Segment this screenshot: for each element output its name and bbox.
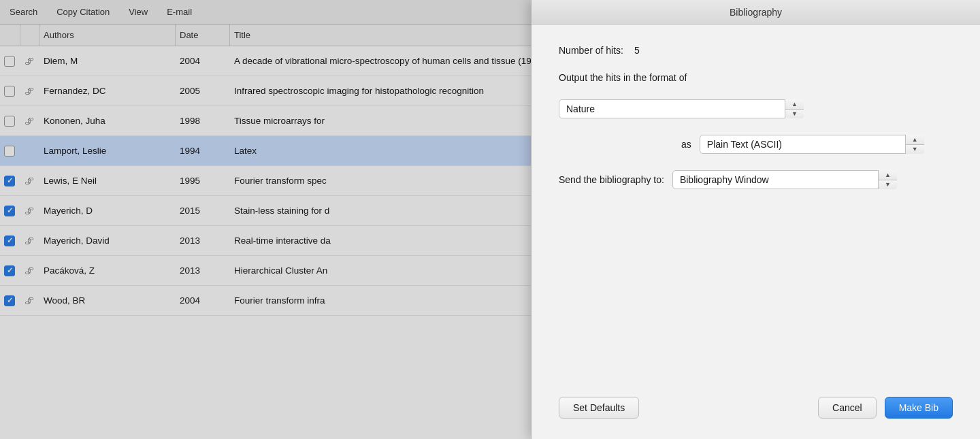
bibliography-dialog: Bibliography Number of hits: 5 Output th… [531,0,980,439]
action-buttons: Cancel Make Bib [818,397,953,419]
make-bib-button[interactable]: Make Bib [885,397,953,419]
as-label: as [681,139,691,150]
dialog-body: Number of hits: 5 Output the hits in the… [532,25,980,383]
set-defaults-button[interactable]: Set Defaults [559,397,639,419]
encoding-stepper-up[interactable] [906,135,924,145]
encoding-stepper-down[interactable] [906,145,924,155]
send-stepper-up[interactable] [879,170,897,180]
encoding-row: as Plain Text (ASCII) HTML RTF LaTeX [681,135,953,154]
format-label: Output the hits in the format of [559,72,687,83]
format-label-row: Output the hits in the format of [559,72,953,83]
format-stepper-down[interactable] [785,110,804,119]
format-stepper-up[interactable] [785,99,804,110]
encoding-select[interactable]: Plain Text (ASCII) HTML RTF LaTeX [700,135,924,154]
hits-value: 5 [634,45,640,56]
format-select[interactable]: Nature APA Chicago MLA Vancouver [559,99,804,118]
send-select[interactable]: Bibliography Window Clipboard File [672,170,897,189]
send-label: Send the bibliography to: [559,174,664,185]
encoding-stepper [905,135,924,154]
encoding-select-wrapper: Plain Text (ASCII) HTML RTF LaTeX [700,135,924,154]
dialog-titlebar: Bibliography [532,0,980,25]
nature-select-row: Nature APA Chicago MLA Vancouver [559,99,953,118]
send-row: Send the bibliography to: Bibliography W… [559,170,953,189]
nature-select-wrapper: Nature APA Chicago MLA Vancouver [559,99,804,118]
modal-overlay: Bibliography Number of hits: 5 Output th… [0,0,980,439]
main-window: Search Copy Citation View E-mail Authors… [0,0,980,439]
hits-row: Number of hits: 5 [559,45,953,56]
send-select-wrapper: Bibliography Window Clipboard File [672,170,897,189]
dialog-title: Bibliography [730,7,782,18]
send-stepper [878,170,897,189]
cancel-button[interactable]: Cancel [818,397,877,419]
send-stepper-down[interactable] [879,180,897,190]
format-stepper [785,99,804,118]
hits-label: Number of hits: [559,45,623,56]
dialog-buttons: Set Defaults Cancel Make Bib [532,383,980,439]
